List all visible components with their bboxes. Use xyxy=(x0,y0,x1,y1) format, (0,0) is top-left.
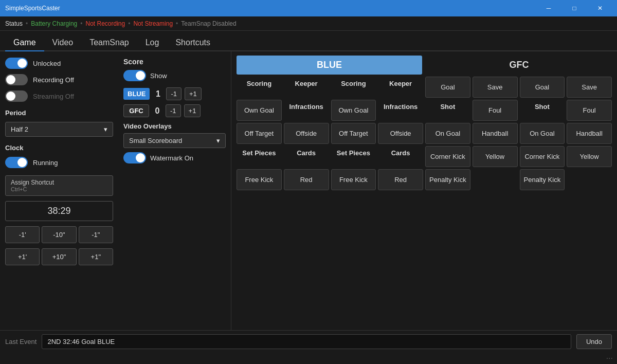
gfc-offside-button[interactable]: Offside xyxy=(378,123,423,144)
tab-teamsnap[interactable]: TeamSnap xyxy=(81,35,137,51)
gfc-free-kick-button[interactable]: Free Kick xyxy=(331,169,376,190)
blue-goal-button[interactable]: Goal xyxy=(425,77,470,98)
maximize-button[interactable]: □ xyxy=(562,0,586,16)
gfc-scoring-header: Scoring xyxy=(331,77,376,98)
tooltip-title: Assign Shortcut xyxy=(11,179,107,186)
dots-menu[interactable]: ··· xyxy=(0,353,617,364)
blue-scoring-header: Scoring xyxy=(237,77,282,98)
main-content: Unlocked Recording Off Streaming Off Per… xyxy=(0,51,617,330)
gfc-penalty-kick-button[interactable]: Penalty Kick xyxy=(520,169,565,190)
nav-tabs: Game Video TeamSnap Log Shortcuts xyxy=(0,31,617,51)
minus-10s-button[interactable]: -10" xyxy=(42,226,76,243)
gfc-minus-button[interactable]: -1 xyxy=(166,104,181,117)
tab-video[interactable]: Video xyxy=(44,35,82,51)
status-bar: Status • Battery Charging • Not Recordin… xyxy=(0,16,617,31)
blue-infractions-header: Infractions xyxy=(284,100,329,121)
blue-minus-button[interactable]: -1 xyxy=(166,87,182,100)
blue-red-button[interactable]: Red xyxy=(284,169,329,190)
toggle-knob xyxy=(6,92,15,101)
gfc-off-target-button[interactable]: Off Target xyxy=(331,123,376,144)
teamsnap-status: TeamSnap Disabled xyxy=(181,20,236,27)
tab-log[interactable]: Log xyxy=(137,35,168,51)
blue-plus-button[interactable]: +1 xyxy=(185,87,202,100)
blue-cards-header: Cards xyxy=(284,146,329,167)
blue-handball-button[interactable]: Handball xyxy=(473,123,518,144)
plus-1m-button[interactable]: +1' xyxy=(5,248,40,265)
last-event-value: 2ND 32:46 Goal BLUE xyxy=(42,334,571,349)
gfc-goal-button[interactable]: Goal xyxy=(520,77,565,98)
blue-penalty-kick-button[interactable]: Penalty Kick xyxy=(425,169,470,190)
blue-corner-kick-button[interactable]: Corner Kick xyxy=(425,146,470,167)
gfc-corner-kick-button[interactable]: Corner Kick xyxy=(520,146,565,167)
unlocked-toggle[interactable] xyxy=(5,58,28,69)
watermark-label: Watermark On xyxy=(150,154,193,162)
blue-on-goal-button[interactable]: On Goal xyxy=(425,123,470,144)
blue-off-target-button[interactable]: Off Target xyxy=(237,123,282,144)
gfc-save-button[interactable]: Save xyxy=(567,77,612,98)
gfc-plus-button[interactable]: +1 xyxy=(184,104,201,117)
blue-own-goal-button[interactable]: Own Goal xyxy=(237,100,282,121)
gfc-cards-header: Cards xyxy=(378,146,423,167)
titlebar: SimpleSportsCaster ─ □ ✕ xyxy=(0,0,617,16)
streaming-row: Streaming Off xyxy=(5,90,113,102)
tooltip-shortcut: Ctrl+C xyxy=(11,186,107,192)
toggle-knob xyxy=(136,71,145,80)
window-controls: ─ □ ✕ xyxy=(537,0,612,16)
minus-1s-button[interactable]: -1" xyxy=(79,226,113,243)
blue-offside-button[interactable]: Offside xyxy=(284,123,329,144)
tab-game[interactable]: Game xyxy=(5,35,44,51)
blue-foul-button[interactable]: Foul xyxy=(473,100,518,121)
gfc-shot-header: Shot xyxy=(520,100,565,121)
close-button[interactable]: ✕ xyxy=(588,0,612,16)
app-title: SimpleSportsCaster xyxy=(5,5,60,12)
all-columns: Scoring Keeper Scoring Keeper Goal Save … xyxy=(237,77,612,190)
chevron-down-icon: ▾ xyxy=(104,125,107,133)
status-label: Status xyxy=(5,20,23,27)
clock-display: 38:29 xyxy=(5,201,113,221)
gfc-on-goal-button[interactable]: On Goal xyxy=(520,123,565,144)
undo-button[interactable]: Undo xyxy=(576,334,612,349)
toggle-knob xyxy=(17,158,27,167)
blue-yellow-button[interactable]: Yellow xyxy=(473,146,518,167)
blue-set-pieces-header: Set Pieces xyxy=(237,146,282,167)
streaming-label: Streaming Off xyxy=(33,93,74,100)
watermark-toggle[interactable] xyxy=(123,152,146,163)
show-toggle[interactable] xyxy=(123,70,146,81)
gfc-infractions-header: Infractions xyxy=(378,100,423,121)
plus-1s-button[interactable]: +1" xyxy=(79,248,113,265)
gfc-handball-button[interactable]: Handball xyxy=(567,123,612,144)
minus-1m-button[interactable]: -1' xyxy=(5,226,40,243)
minimize-button[interactable]: ─ xyxy=(537,0,560,16)
period-select[interactable]: Half 2 ▾ xyxy=(5,122,113,137)
recording-row: Recording Off xyxy=(5,74,113,85)
tooltip-box: Assign Shortcut Ctrl+C xyxy=(5,175,113,196)
plus-10s-button[interactable]: +10" xyxy=(42,248,76,265)
blue-badge: BLUE xyxy=(123,88,150,100)
clock-toggle[interactable] xyxy=(5,157,28,168)
gfc-foul-button[interactable]: Foul xyxy=(567,100,612,121)
blue-team-header: BLUE xyxy=(237,56,422,75)
recording-toggle[interactable] xyxy=(5,74,28,85)
period-label: Period xyxy=(5,109,113,117)
streaming-status: Not Streaming xyxy=(133,20,173,27)
clock-label: Clock xyxy=(5,144,113,152)
recording-status: Not Recording xyxy=(85,20,125,27)
unlocked-row: Unlocked xyxy=(5,58,113,69)
show-label: Show xyxy=(150,72,167,80)
blue-keeper-header: Keeper xyxy=(284,77,329,98)
gfc-red-button[interactable]: Red xyxy=(378,169,423,190)
blue-score-row: BLUE 1 -1 +1 xyxy=(123,87,226,100)
gfc-cards-spacer xyxy=(567,169,612,190)
gfc-yellow-button[interactable]: Yellow xyxy=(567,146,612,167)
toggle-knob xyxy=(136,153,145,162)
blue-save-button[interactable]: Save xyxy=(473,77,518,98)
blue-free-kick-button[interactable]: Free Kick xyxy=(237,169,282,190)
chevron-down-icon: ▾ xyxy=(216,137,220,144)
tab-shortcuts[interactable]: Shortcuts xyxy=(167,35,219,51)
scoreboard-select[interactable]: Small Scoreboard ▾ xyxy=(123,133,226,148)
gfc-own-goal-button[interactable]: Own Goal xyxy=(331,100,376,121)
watermark-row: Watermark On xyxy=(123,152,226,163)
plus-buttons: +1' +10" +1" xyxy=(5,248,113,265)
streaming-toggle[interactable] xyxy=(5,90,28,102)
gfc-team-header: GFC xyxy=(426,56,612,75)
